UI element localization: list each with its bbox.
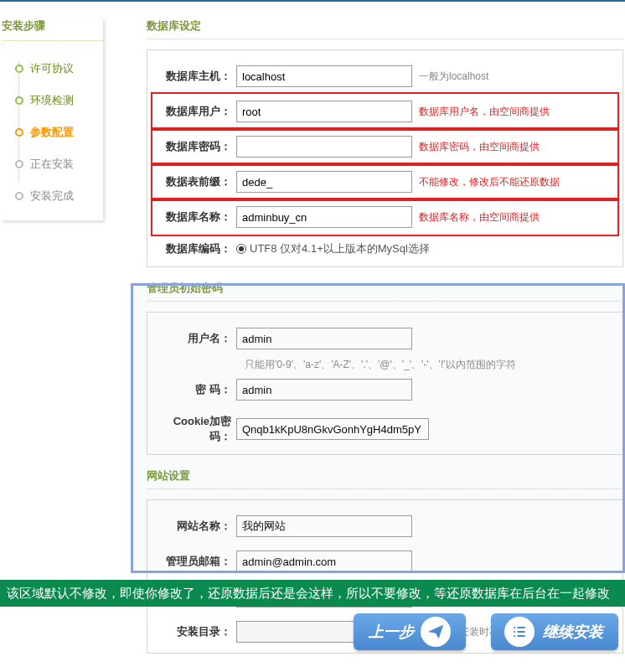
db-enc-label: 数据库编码： — [156, 241, 236, 256]
db-enc-radio-label: UTF8 仅对4.1+以上版本的MySql选择 — [250, 241, 430, 256]
main: 数据库设定 数据库主机： 一般为localhost 数据库用户： 数据库用户名，… — [113, 18, 625, 667]
admin-pass-row: 密 码： — [152, 372, 617, 407]
db-name-input[interactable] — [236, 206, 412, 228]
step-label: 环境检测 — [30, 93, 74, 108]
db-prefix-note: 不能修改，修改后不能还原数据 — [419, 175, 560, 189]
step-installing: 正在安装 — [15, 148, 103, 180]
step-label: 正在安装 — [30, 157, 74, 172]
next-button-label: 继续安装 — [543, 622, 603, 642]
db-user-label: 数据库用户： — [156, 104, 236, 119]
db-prefix-row: 数据表前缀： 不能修改，修改后不能还原数据 — [152, 164, 617, 199]
sidebar-title: 安装步骤 — [2, 18, 103, 34]
db-enc-radio[interactable]: UTF8 仅对4.1+以上版本的MySql选择 — [236, 241, 430, 256]
db-section-line — [147, 39, 623, 39]
db-name-row: 数据库名称： 数据库名称，由空间商提供 — [152, 199, 617, 235]
admin-user-help: 只能用'0-9'、'a-z'、'A-Z'、'.'、'@'、'_'、'-'、'!'… — [245, 358, 617, 372]
admin-user-input[interactable] — [236, 328, 412, 349]
step-done: 安装完成 — [15, 180, 103, 212]
db-pass-note: 数据库密码，由空间商提供 — [419, 140, 540, 154]
prev-button[interactable]: 上一步 — [354, 613, 466, 650]
site-mail-input[interactable] — [236, 551, 412, 572]
site-mail-row: 管理员邮箱： — [152, 544, 617, 579]
step-dot-icon — [15, 192, 23, 200]
admin-cookie-row: Cookie加密码： — [152, 407, 617, 451]
db-form-box: 数据库主机： 一般为localhost 数据库用户： 数据库用户名，由空间商提供… — [147, 49, 623, 267]
site-section-title: 网站设置 — [147, 468, 623, 483]
prev-button-label: 上一步 — [369, 622, 414, 642]
step-config[interactable]: 参数配置 — [15, 116, 103, 148]
db-user-row: 数据库用户： 数据库用户名，由空间商提供 — [152, 94, 617, 129]
green-banner: 该区域默认不修改，即使你修改了，还原数据后还是会这样，所以不要修改，等还原数据库… — [0, 580, 625, 607]
step-dot-icon — [15, 128, 23, 137]
admin-cookie-input[interactable] — [236, 418, 429, 440]
db-host-label: 数据库主机： — [156, 69, 236, 84]
container: 安装步骤 许可协议 环境检测 参数配置 正在安装 安装完成 数据库设定 数据库主… — [0, 2, 625, 667]
sidebar-divider — [2, 40, 103, 41]
site-section-line — [147, 488, 623, 489]
db-user-note: 数据库用户名，由空间商提供 — [419, 105, 550, 119]
sidebar: 安装步骤 许可协议 环境检测 参数配置 正在安装 安装完成 — [0, 18, 113, 667]
step-label: 安装完成 — [30, 189, 74, 204]
db-user-input[interactable] — [236, 101, 412, 122]
admin-pass-input[interactable] — [236, 379, 412, 401]
admin-section-line — [147, 301, 623, 302]
db-pass-label: 数据库密码： — [156, 139, 236, 154]
site-name-row: 网站名称： — [152, 509, 617, 544]
db-prefix-input[interactable] — [236, 171, 412, 193]
db-enc-row: 数据库编码： UTF8 仅对4.1+以上版本的MySql选择 — [152, 235, 617, 263]
step-dot-icon — [15, 96, 23, 105]
db-host-input[interactable] — [236, 65, 412, 87]
admin-user-label: 用户名： — [156, 331, 236, 346]
admin-user-row: 用户名： — [152, 321, 617, 356]
admin-cookie-label: Cookie加密码： — [156, 414, 236, 444]
step-license[interactable]: 许可协议 — [15, 53, 103, 85]
admin-pass-label: 密 码： — [156, 382, 236, 397]
admin-section-title: 管理员初始密码 — [147, 281, 623, 296]
site-name-input[interactable] — [236, 515, 412, 537]
radio-checked-icon — [236, 244, 246, 254]
bottom-buttons: 上一步 继续安装 — [0, 613, 618, 650]
next-button[interactable]: 继续安装 — [491, 613, 618, 650]
db-section-title: 数据库设定 — [147, 18, 623, 34]
list-icon — [504, 617, 535, 647]
db-host-note: 一般为localhost — [419, 70, 488, 84]
site-name-label: 网站名称： — [156, 519, 236, 534]
db-name-note: 数据库名称，由空间商提供 — [419, 210, 540, 225]
db-host-row: 数据库主机： 一般为localhost — [152, 59, 617, 94]
db-name-label: 数据库名称： — [156, 209, 236, 225]
steps-list: 许可协议 环境检测 参数配置 正在安装 安装完成 — [0, 53, 103, 212]
step-envcheck[interactable]: 环境检测 — [15, 85, 103, 116]
step-label: 许可协议 — [30, 61, 74, 76]
step-label: 参数配置 — [30, 125, 74, 140]
site-mail-label: 管理员邮箱： — [156, 554, 236, 569]
db-prefix-label: 数据表前缀： — [156, 174, 236, 189]
db-pass-row: 数据库密码： 数据库密码，由空间商提供 — [152, 129, 617, 164]
step-dot-icon — [15, 160, 23, 168]
step-dot-icon — [15, 65, 23, 73]
paper-plane-icon — [421, 617, 451, 647]
admin-form-box: 用户名： 只能用'0-9'、'a-z'、'A-Z'、'.'、'@'、'_'、'-… — [147, 312, 623, 455]
db-pass-input[interactable] — [236, 136, 412, 158]
